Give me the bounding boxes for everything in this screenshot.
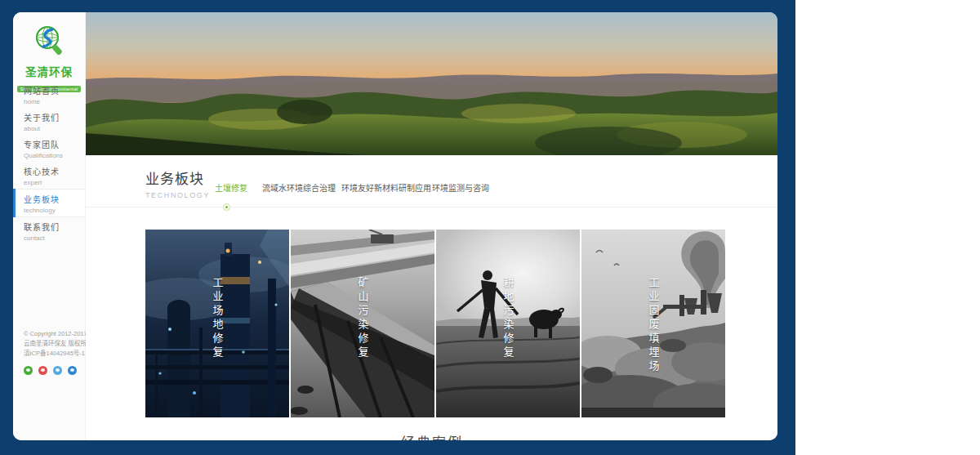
sidebar-item-qualifications[interactable]: 专家团队 Qualifications: [13, 135, 85, 162]
card-farmland-remediation[interactable]: 耕地污染修复: [436, 230, 580, 417]
hero-banner-image: [86, 12, 777, 155]
nav-label-zh: 业务板块: [24, 193, 85, 205]
social-links: [24, 366, 82, 375]
brand-name-zh: 圣清环保: [13, 63, 85, 79]
card-label: 矿山污染修复: [355, 277, 371, 360]
tab-eco-materials[interactable]: 环境友好新材料研制应用: [341, 181, 431, 194]
copyright-text: © Copyright 2012-2017: [24, 329, 82, 339]
sidebar-item-contact[interactable]: 联系我们 contact: [13, 217, 85, 244]
business-section: 业务板块 TECHNOLOGY 土壤修复 流域水环境综合治理 环境友好新材料研制…: [86, 155, 777, 440]
tab-watershed-treatment[interactable]: 流域水环境综合治理: [262, 181, 336, 194]
wechat-icon[interactable]: [24, 366, 33, 375]
tab-monitoring-consulting[interactable]: 环境监测与咨询: [432, 181, 489, 194]
nav-label-zh: 关于我们: [24, 111, 85, 123]
rights-text: 云南圣清环保友 版权所有: [24, 339, 82, 349]
card-label: 工业固废填埋场: [646, 277, 662, 374]
weibo-icon[interactable]: [38, 366, 47, 375]
nav-label-zh: 核心技术: [24, 165, 85, 177]
nav-label-en: home: [24, 98, 85, 105]
nav-label-zh: 联系我们: [24, 221, 85, 233]
card-label: 耕地污染修复: [501, 277, 516, 360]
tab-soil-remediation[interactable]: 土壤修复: [215, 181, 247, 194]
page-card: 圣清环保 ShengQing Environmental 网站首页 home 关…: [13, 12, 777, 440]
nav-label-en: expert: [24, 179, 85, 186]
next-section-title: 经典案例: [86, 431, 777, 440]
sidebar-item-about[interactable]: 关于我们 about: [13, 108, 85, 135]
sidebar-item-home[interactable]: 网站首页 home: [13, 81, 85, 108]
sidebar-item-expert[interactable]: 核心技术 expert: [13, 162, 85, 189]
sidebar-nav: 网站首页 home 关于我们 about 专家团队 Qualifications…: [13, 81, 85, 244]
card-label: 工业场地修复: [210, 277, 225, 360]
qq-icon[interactable]: [68, 366, 77, 375]
card-mine-remediation[interactable]: 矿山污染修复: [291, 230, 434, 417]
technology-tabs: 土壤修复 流域水环境综合治理 环境友好新材料研制应用 环境监测与咨询: [86, 181, 777, 193]
nav-label-en: contact: [24, 234, 85, 242]
business-cards: 工业场地修复: [145, 230, 725, 417]
nav-label-en: Qualifications: [24, 152, 85, 159]
sidebar-item-technology[interactable]: 业务板块 technology: [13, 189, 85, 217]
nav-label-zh: 网站首页: [24, 84, 85, 96]
sidebar-footer: © Copyright 2012-2017 云南圣清环保友 版权所有 滇ICP备…: [24, 329, 82, 375]
icp-text: 滇ICP备14042945号-1: [24, 349, 82, 359]
tab-divider-line: [86, 207, 777, 207]
card-industrial-site[interactable]: 工业场地修复: [145, 230, 289, 417]
card-solid-waste-landfill[interactable]: 工业固废填埋场: [581, 230, 725, 417]
globe-magnifier-icon: [13, 23, 85, 62]
active-tab-marker-dot: [223, 203, 230, 211]
main-area: 业务板块 TECHNOLOGY 土壤修复 流域水环境综合治理 环境友好新材料研制…: [86, 12, 777, 440]
tencent-weibo-icon[interactable]: [53, 366, 62, 375]
sidebar: 圣清环保 ShengQing Environmental 网站首页 home 关…: [13, 12, 86, 440]
nav-label-en: about: [24, 125, 85, 132]
nav-label-zh: 专家团队: [24, 138, 85, 150]
nav-label-en: technology: [24, 207, 85, 214]
